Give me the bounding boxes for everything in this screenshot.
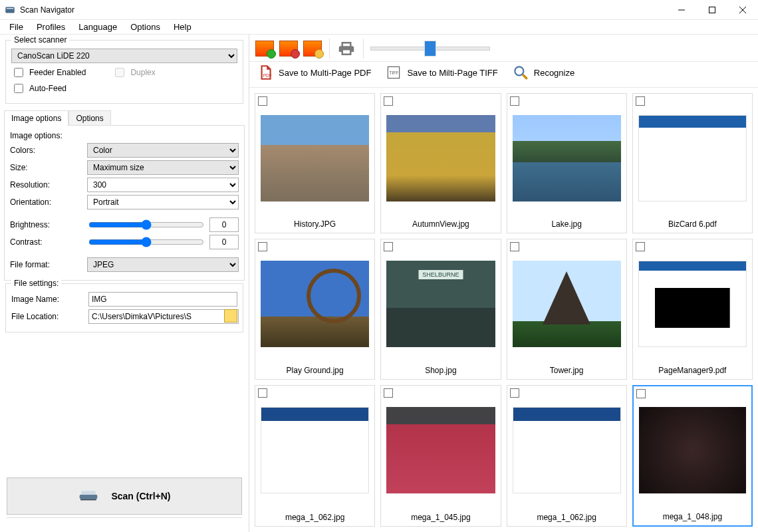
tiff-icon: TIFF <box>384 63 403 82</box>
svg-text:TIFF: TIFF <box>390 70 399 75</box>
thumbnail-filename: mega_1_062.jpg <box>507 510 626 526</box>
thumbnail-checkbox[interactable] <box>384 388 393 398</box>
tab-image-options[interactable]: Image options <box>4 110 68 126</box>
scanner-group: Select scanner CanoScan LiDE 220 Feeder … <box>5 40 243 104</box>
menu-file[interactable]: File <box>3 21 30 33</box>
save-tiff-button[interactable]: TIFF Save to Milti-Page TIFF <box>384 63 497 82</box>
thumbnail-checkbox[interactable] <box>258 242 267 251</box>
colors-label: Colors: <box>10 146 83 155</box>
svg-rect-3 <box>709 7 715 13</box>
recognize-button[interactable]: Recognize <box>511 63 574 82</box>
menu-options[interactable]: Options <box>124 21 167 33</box>
resolution-label: Resolution: <box>10 180 83 190</box>
image-options-heading: Image options: <box>10 131 63 140</box>
contrast-value[interactable] <box>209 235 239 249</box>
thumbnail-item[interactable]: BizCard 6.pdf <box>632 93 753 233</box>
thumbnail-checkbox[interactable] <box>636 96 645 106</box>
thumbnail-filename: mega_1_045.jpg <box>381 510 500 526</box>
file-format-select[interactable]: JPEG <box>87 257 239 272</box>
thumbnail-checkbox[interactable] <box>258 388 267 398</box>
thumbnail-image <box>261 103 369 213</box>
contrast-slider[interactable] <box>88 236 204 248</box>
feeder-checkbox[interactable]: Feeder Enabled <box>11 66 86 79</box>
thumbnail-filename: PageManager9.pdf <box>633 363 752 379</box>
window-title: Scan Navigator <box>20 5 666 15</box>
thumbnail-item[interactable]: mega_1_062.jpg <box>507 385 627 527</box>
size-select[interactable]: Maximum size <box>87 160 239 175</box>
thumbnail-image <box>386 249 495 358</box>
thumbnail-checkbox[interactable] <box>636 389 646 398</box>
window-close-button[interactable] <box>727 0 758 20</box>
folder-browse-icon[interactable] <box>224 309 237 323</box>
menu-profiles[interactable]: Profiles <box>30 21 72 33</box>
thumbnail-image <box>638 103 747 213</box>
thumbnail-filename: Shop.jpg <box>381 363 500 379</box>
window-minimize-button[interactable] <box>666 0 697 20</box>
window-maximize-button[interactable] <box>697 0 727 20</box>
size-label: Size: <box>10 163 83 172</box>
print-button[interactable] <box>336 39 356 59</box>
thumbnail-item[interactable]: mega_1_045.jpg <box>380 385 501 527</box>
menu-language[interactable]: Language <box>72 21 124 33</box>
thumbnail-image <box>513 249 621 358</box>
edit-image-button[interactable] <box>303 39 322 59</box>
thumbnail-filename: History.JPG <box>255 217 374 233</box>
thumbnail-item[interactable]: Lake.jpg <box>507 93 627 233</box>
pdf-icon: PDF <box>256 63 275 82</box>
thumbnail-item[interactable]: PageManager9.pdf <box>632 239 753 379</box>
thumbnail-item[interactable]: AutumnView.jpg <box>380 93 501 233</box>
file-location-input[interactable] <box>88 309 239 324</box>
add-image-button[interactable] <box>255 39 275 59</box>
content-area: PDF Save to Multi-Page PDF TIFF Save to … <box>249 35 758 532</box>
svg-rect-7 <box>82 491 96 494</box>
image-options-pane: Image options: Colors: Color Size: Maxim… <box>4 125 245 281</box>
tab-options[interactable]: Options <box>68 110 110 126</box>
thumbnail-zoom-slider[interactable] <box>370 47 490 51</box>
resolution-select[interactable]: 300 <box>87 178 239 192</box>
thumbnail-item[interactable]: Shop.jpg <box>380 239 501 379</box>
thumbnail-item[interactable]: Play Ground.jpg <box>255 239 375 379</box>
image-name-input[interactable] <box>88 292 237 307</box>
toolbar-separator <box>329 39 330 59</box>
thumbnail-filename: mega_1_062.jpg <box>255 510 374 526</box>
thumbnail-checkbox[interactable] <box>384 242 393 251</box>
save-pdf-button[interactable]: PDF Save to Multi-Page PDF <box>256 63 371 82</box>
svg-line-13 <box>523 74 527 79</box>
colors-select[interactable]: Color <box>87 143 239 158</box>
thumbnail-checkbox[interactable] <box>258 96 267 106</box>
image-name-label: Image Name: <box>11 295 84 304</box>
thumbnail-image <box>513 103 621 213</box>
thumbnail-item[interactable]: History.JPG <box>255 93 375 233</box>
thumbnail-filename: BizCard 6.pdf <box>633 217 752 233</box>
remove-image-button[interactable] <box>279 39 299 59</box>
brightness-slider[interactable] <box>88 219 204 231</box>
contrast-label: Contrast: <box>10 237 83 247</box>
orientation-label: Orientation: <box>10 198 83 207</box>
thumbnail-item[interactable]: mega_1_062.jpg <box>255 385 375 527</box>
thumbnail-checkbox[interactable] <box>510 242 519 251</box>
thumbnail-item[interactable]: mega_1_048.jpg <box>632 385 753 527</box>
sidebar: Select scanner CanoScan LiDE 220 Feeder … <box>0 35 249 532</box>
titlebar: Scan Navigator <box>0 0 758 20</box>
thumbnail-image <box>638 249 747 358</box>
svg-rect-6 <box>80 494 98 499</box>
scan-button-label: Scan (Ctrl+N) <box>111 491 170 501</box>
brightness-value[interactable] <box>209 217 239 232</box>
thumbnail-image <box>386 395 495 506</box>
thumbnail-filename: AutumnView.jpg <box>381 217 500 233</box>
scan-button[interactable]: Scan (Ctrl+N) <box>7 477 242 515</box>
svg-text:PDF: PDF <box>263 73 272 78</box>
thumbnail-image <box>513 395 621 506</box>
thumbnail-checkbox[interactable] <box>384 96 393 106</box>
thumbnail-filename: Tower.jpg <box>507 363 626 379</box>
thumbnail-checkbox[interactable] <box>510 388 519 398</box>
menubar: File Profiles Language Options Help <box>0 20 758 35</box>
autofeed-checkbox[interactable]: Auto-Feed <box>11 82 66 95</box>
menu-help[interactable]: Help <box>167 21 198 33</box>
thumbnail-item[interactable]: Tower.jpg <box>507 239 627 379</box>
thumbnail-checkbox[interactable] <box>510 96 519 106</box>
orientation-select[interactable]: Portrait <box>87 195 239 209</box>
status-bar <box>7 517 242 529</box>
thumbnail-checkbox[interactable] <box>636 242 645 251</box>
scanner-select[interactable]: CanoScan LiDE 220 <box>11 49 237 63</box>
